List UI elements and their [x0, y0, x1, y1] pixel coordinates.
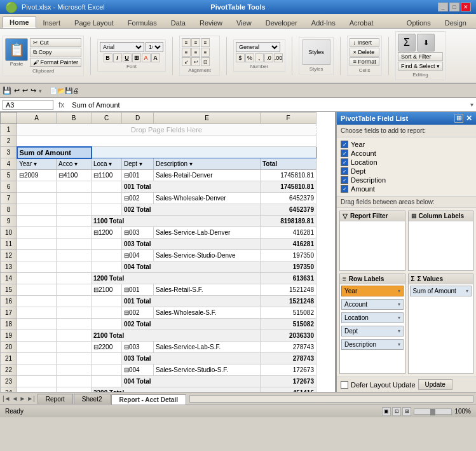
sheet-tab-report-acct[interactable]: Report - Acct Detail [111, 394, 186, 405]
pivot-row-year[interactable]: Year ▾ [341, 286, 404, 296]
description-checkbox[interactable]: ✓ [341, 176, 348, 184]
page-layout-view-button[interactable]: ⊡ [392, 407, 401, 416]
cell-5e[interactable]: Sales-Retail-Denver [154, 170, 261, 181]
name-box[interactable] [3, 100, 53, 110]
cell-8b[interactable] [57, 204, 92, 216]
cell-21a[interactable] [17, 353, 57, 364]
cell-total-header[interactable]: Total [261, 158, 316, 170]
cell-12f[interactable]: 197350 [261, 250, 316, 261]
cell-15d[interactable]: ⊟001 [122, 284, 154, 296]
format-button[interactable]: ≡ Format [350, 57, 379, 66]
tab-options[interactable]: Options [400, 17, 438, 28]
cell-desc-header[interactable]: Description ▾ [154, 158, 261, 170]
cell-6a[interactable] [17, 181, 57, 193]
cell-10a[interactable] [17, 227, 57, 239]
cell-17f[interactable]: 515082 [261, 307, 316, 319]
cell-001-total[interactable]: 001 Total [122, 181, 261, 193]
cell-17d[interactable]: ⊟002 [122, 307, 154, 319]
cell-6f[interactable]: 1745810.81 [261, 181, 316, 193]
cell-11f[interactable]: 416281 [261, 239, 316, 250]
dept-checkbox[interactable]: ✓ [341, 167, 348, 175]
quick-undo-icon[interactable]: ↩ [14, 87, 20, 95]
align-top-center-button[interactable]: ≡ [191, 38, 200, 47]
cell-19b[interactable] [57, 330, 92, 342]
cell-20a[interactable] [17, 342, 57, 353]
number-format-select[interactable]: General [236, 42, 280, 52]
pivot-panel-grid-button[interactable]: ⊞ [454, 114, 463, 123]
cell-16a[interactable] [17, 296, 57, 307]
year-checkbox[interactable]: ✓ [341, 141, 348, 148]
pivot-row-description[interactable]: Description ▾ [341, 339, 404, 350]
cell-24b[interactable] [57, 387, 92, 392]
sheet-tab-sheet2[interactable]: Sheet2 [74, 394, 111, 404]
styles-button[interactable]: Styles [303, 39, 330, 65]
pivot-report-filter-area[interactable]: ▽ Report Filter [339, 211, 405, 271]
cell-17a[interactable] [17, 307, 57, 319]
cell-1200-total[interactable]: 1200 Total [92, 273, 261, 284]
cell-22f[interactable]: 172673 [261, 364, 316, 376]
comma-button[interactable]: , [255, 53, 264, 62]
tab-home[interactable]: Home [3, 17, 36, 28]
cell-19f[interactable]: 2036330 [261, 330, 316, 342]
pivot-values-area[interactable]: Σ Σ Values Sum of Amount ▾ [408, 274, 474, 374]
cell-22b[interactable] [57, 364, 92, 376]
cell-acct-header[interactable]: Acco ▾ [57, 158, 92, 170]
cell-20c[interactable]: ⊟2200 [92, 342, 122, 353]
cell-10f[interactable]: 416281 [261, 227, 316, 239]
cell-003-total-2[interactable]: 003 Total [122, 353, 261, 364]
cell-9a[interactable] [17, 216, 57, 227]
cell-year-header[interactable]: Year ▾ [17, 158, 57, 170]
sheet-nav-next[interactable]: ► [19, 395, 25, 402]
cell-14b[interactable] [57, 273, 92, 284]
cell-7a[interactable] [17, 193, 57, 204]
tab-acrobat[interactable]: Acrobat [343, 17, 381, 28]
sheet-nav-prev[interactable]: ◄ [12, 395, 18, 402]
update-button[interactable]: Update [418, 379, 452, 390]
cell-6b[interactable] [57, 181, 92, 193]
horizontal-scrollbar[interactable] [189, 395, 473, 403]
cell-14f[interactable]: 613631 [261, 273, 316, 284]
page-break-view-button[interactable]: ⊞ [402, 407, 411, 416]
cell-15e[interactable]: Sales-Retail-S.F. [154, 284, 261, 296]
cell-18f[interactable]: 515082 [261, 319, 316, 330]
pivot-column-labels-area[interactable]: ⊞ Column Labels [408, 211, 474, 271]
cell-12e[interactable]: Sales-Service-Studio-Denve [154, 250, 261, 261]
align-middle-left-button[interactable]: ≡ [182, 48, 191, 57]
pivot-row-dept[interactable]: Dept ▾ [341, 326, 404, 337]
align-middle-center-button[interactable]: ≡ [191, 48, 200, 57]
font-name-select[interactable]: Arial [100, 42, 144, 52]
pivot-row-account[interactable]: Account ▾ [341, 299, 404, 310]
merge-button[interactable]: ⊡ [201, 57, 210, 66]
more-btn[interactable]: ▾ [39, 88, 42, 94]
cell-loc-header[interactable]: Loca ▾ [92, 158, 122, 170]
cell-5d[interactable]: ⊟001 [122, 170, 154, 181]
cell-20f[interactable]: 278743 [261, 342, 316, 353]
cell-11b[interactable] [57, 239, 92, 250]
cell-23c[interactable] [92, 376, 122, 387]
cell-17b[interactable] [57, 307, 92, 319]
cell-24a[interactable] [17, 387, 57, 392]
cell-22a[interactable] [17, 364, 57, 376]
copy-button[interactable]: ⧉ Copy [30, 48, 81, 57]
location-checkbox[interactable]: ✓ [341, 158, 348, 166]
align-top-left-button[interactable]: ≡ [182, 38, 191, 47]
dept-row-arrow[interactable]: ▾ [398, 328, 400, 334]
underline-button[interactable]: U [123, 53, 132, 62]
pivot-row-location[interactable]: Location ▾ [341, 312, 404, 323]
year-row-arrow[interactable]: ▾ [398, 288, 400, 294]
sort-filter-button[interactable]: ⬇ [417, 34, 435, 52]
amount-checkbox[interactable]: ✓ [341, 185, 348, 193]
quick-save-icon[interactable]: 💾 [3, 87, 11, 95]
defer-checkbox[interactable] [341, 381, 348, 389]
cell-2a[interactable] [17, 135, 316, 147]
cell-12d[interactable]: ⊟004 [122, 250, 154, 261]
cell-11a[interactable] [17, 239, 57, 250]
quick-redo-icon[interactable]: ↪ [31, 87, 36, 95]
zoom-slider-thumb[interactable] [430, 409, 435, 415]
cell-20d[interactable]: ⊟003 [122, 342, 154, 353]
cell-002-total[interactable]: 002 Total [122, 204, 261, 216]
cell-16b[interactable] [57, 296, 92, 307]
close-button[interactable]: ✕ [461, 3, 471, 11]
sort-filter-label-button[interactable]: Sort & Filter [398, 52, 443, 61]
cell-5a[interactable]: ⊟2009 [17, 170, 57, 181]
